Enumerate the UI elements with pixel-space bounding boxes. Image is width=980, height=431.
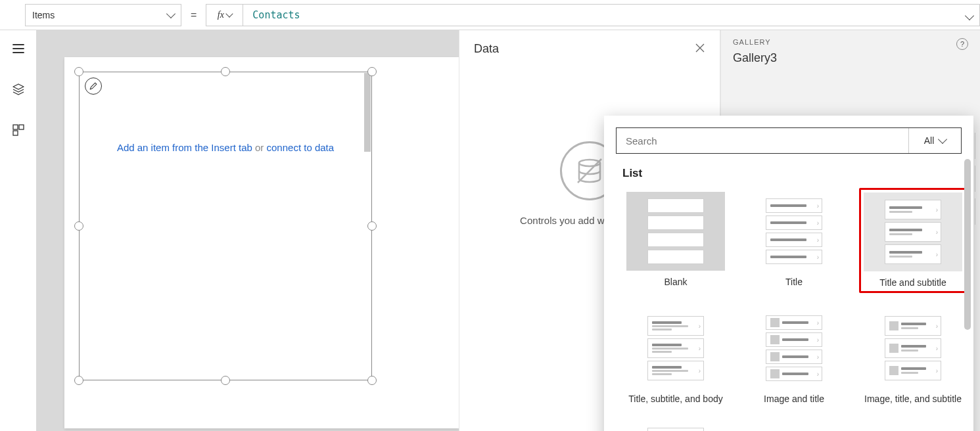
formula-bar: Items = fx Contacts: [0, 0, 980, 30]
property-selector-label: Items: [32, 10, 55, 20]
chevron-down-icon: [965, 11, 974, 20]
fx-button[interactable]: fx: [206, 4, 243, 26]
fx-label: fx: [218, 10, 224, 20]
property-selector[interactable]: Items: [25, 4, 181, 26]
formula-value: Contacts: [252, 9, 300, 21]
equals-label: =: [181, 9, 206, 21]
formula-input[interactable]: Contacts: [243, 4, 980, 26]
formula-expand-button[interactable]: [966, 10, 973, 22]
chevron-down-icon: [225, 10, 233, 17]
chevron-down-icon: [166, 9, 175, 18]
